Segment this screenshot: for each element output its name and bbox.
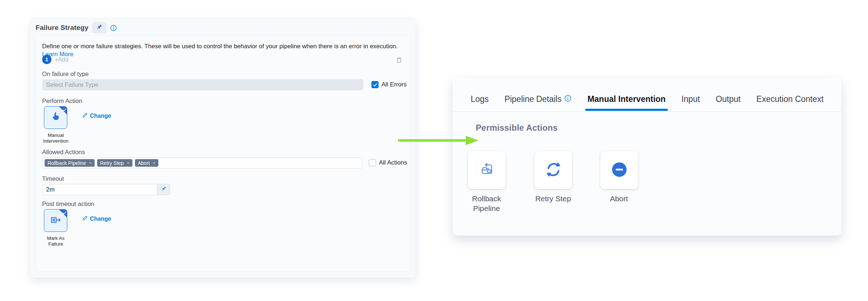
change-label: Change <box>90 113 111 119</box>
tab-logs[interactable]: Logs <box>471 88 489 111</box>
info-icon[interactable] <box>110 24 117 31</box>
perform-action-name: Manual Intervention <box>39 132 72 144</box>
pencil-icon <box>82 112 88 120</box>
tab-label: Execution Context <box>756 94 824 104</box>
strategy-description: Define one or more failure strategies. T… <box>42 42 405 58</box>
abort-icon <box>611 161 628 179</box>
pushpin-icon <box>161 186 166 193</box>
add-strategy-button[interactable]: +Add <box>55 57 68 63</box>
details-tabbar: Logs Pipeline Details Manual Interventio… <box>453 78 841 112</box>
tag-retry-step: Retry Step× <box>97 159 132 167</box>
tab-pipeline-details[interactable]: Pipeline Details <box>505 88 572 111</box>
timeout-label: Timeout <box>42 175 64 183</box>
on-failure-label: On failure of type <box>42 71 89 78</box>
post-timeout-label: Post timeout action <box>42 201 94 208</box>
tab-label: Pipeline Details <box>505 94 562 104</box>
panel-title: Failure Strategy <box>36 24 89 32</box>
pointer-arrow <box>397 135 479 148</box>
all-actions-checkbox[interactable]: All Actions <box>369 159 407 166</box>
change-post-timeout-link[interactable]: Change <box>82 215 111 223</box>
timeout-input[interactable] <box>42 184 157 195</box>
trash-icon <box>395 59 403 64</box>
remove-tag-icon[interactable]: × <box>153 160 155 166</box>
retry-icon <box>545 161 562 180</box>
pencil-icon <box>82 215 88 223</box>
tab-label: Input <box>682 94 700 104</box>
all-actions-label: All Actions <box>379 159 407 166</box>
pushpin-icon <box>96 24 102 31</box>
change-action-link[interactable]: Change <box>82 112 111 120</box>
tag-label: Retry Step <box>100 160 124 166</box>
allowed-actions-label: Allowed Actions <box>42 149 85 156</box>
checkbox-icon <box>369 159 376 166</box>
tag-rollback-pipeline: Rollback Pipeline× <box>45 159 95 167</box>
retry-step-label: Retry Step <box>532 194 575 203</box>
description-text: Define one or more failure strategies. T… <box>42 43 398 50</box>
failure-type-select[interactable] <box>42 79 363 90</box>
failure-strategy-panel: Failure Strategy Define one or more fail… <box>30 18 416 278</box>
tab-label: Output <box>716 94 741 104</box>
rollback-icon <box>479 162 495 179</box>
remove-tag-icon[interactable]: × <box>127 160 130 166</box>
mark-as-failure-card[interactable] <box>44 209 67 232</box>
allowed-actions-input[interactable]: Rollback Pipeline× Retry Step× Abort× <box>42 157 362 169</box>
tag-abort: Abort× <box>135 159 158 167</box>
timeout-field <box>42 184 170 195</box>
change-label: Change <box>90 216 111 222</box>
failure-strategy-card: Define one or more failure strategies. T… <box>36 36 410 272</box>
tab-manual-intervention[interactable]: Manual Intervention <box>587 88 665 111</box>
rollback-pipeline-button[interactable] <box>468 151 506 189</box>
remove-tag-icon[interactable]: × <box>89 160 92 166</box>
failure-strategy-header: Failure Strategy <box>36 22 117 33</box>
timeout-pin-button[interactable] <box>157 184 170 195</box>
tab-output[interactable]: Output <box>716 88 741 111</box>
tab-label: Logs <box>471 94 489 104</box>
post-timeout-action-name: Mark As Failure <box>43 235 68 247</box>
tab-execution-context[interactable]: Execution Context <box>756 88 824 111</box>
abort-button[interactable] <box>600 151 638 189</box>
delete-strategy-button[interactable] <box>395 56 403 64</box>
check-icon <box>62 107 67 113</box>
permissible-actions-title: Permissible Actions <box>476 123 558 133</box>
info-icon <box>564 94 571 104</box>
pin-button[interactable] <box>92 22 107 33</box>
strategy-index-badge[interactable]: 1 <box>42 55 51 64</box>
manual-intervention-card[interactable] <box>44 106 67 129</box>
abort-label: Abort <box>597 194 641 203</box>
perform-action-label: Perform Action <box>42 98 82 105</box>
tab-label: Manual Intervention <box>587 94 665 104</box>
rollback-pipeline-label: Rollback Pipeline <box>465 194 508 213</box>
screen: Failure Strategy Define one or more fail… <box>0 0 868 301</box>
checkbox-icon <box>371 81 379 88</box>
all-errors-label: All Errors <box>381 81 407 88</box>
all-errors-checkbox[interactable]: All Errors <box>371 81 407 88</box>
retry-step-button[interactable] <box>534 151 572 189</box>
tag-label: Rollback Pipeline <box>48 160 86 166</box>
check-icon <box>62 210 67 216</box>
tab-input[interactable]: Input <box>682 88 700 111</box>
execution-details-panel: Logs Pipeline Details Manual Interventio… <box>453 78 841 235</box>
tag-label: Abort <box>138 160 150 166</box>
